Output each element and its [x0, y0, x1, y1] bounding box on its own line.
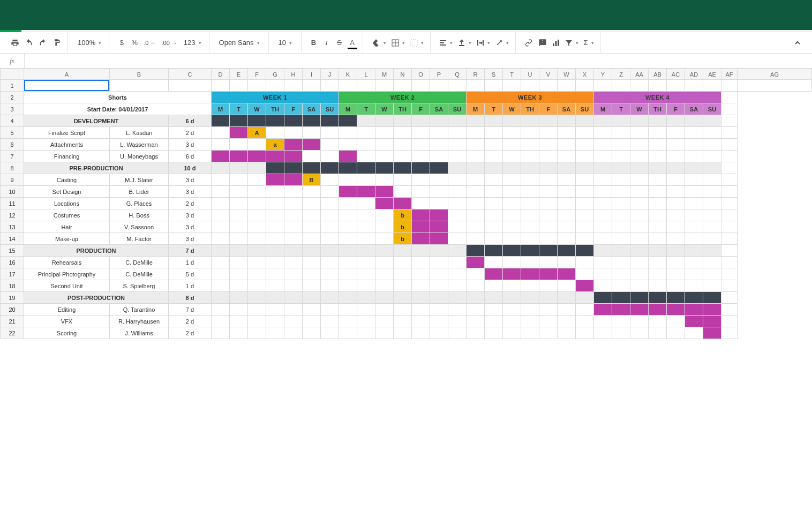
gantt-cell[interactable]	[230, 151, 248, 162]
gantt-cell[interactable]	[266, 151, 284, 162]
gantt-cell[interactable]	[448, 162, 467, 174]
cell[interactable]	[721, 257, 738, 268]
gantt-cell[interactable]	[266, 268, 284, 280]
redo-icon[interactable]	[36, 37, 49, 49]
gantt-cell[interactable]	[339, 304, 357, 316]
gantt-cell[interactable]	[375, 316, 394, 327]
gantt-cell[interactable]	[448, 292, 467, 304]
gantt-cell[interactable]	[339, 115, 357, 127]
gantt-cell[interactable]: b	[394, 209, 412, 221]
gantt-cell[interactable]	[303, 209, 321, 221]
gantt-cell[interactable]	[521, 209, 539, 221]
gantt-cell[interactable]	[467, 304, 485, 316]
gantt-cell[interactable]	[212, 221, 230, 233]
gantt-cell[interactable]	[266, 316, 284, 327]
gantt-cell[interactable]	[448, 268, 467, 280]
gantt-cell[interactable]	[630, 221, 649, 233]
gantt-cell[interactable]	[303, 139, 321, 151]
gantt-cell[interactable]	[576, 268, 594, 280]
gantt-cell[interactable]	[430, 268, 448, 280]
day-header[interactable]: W	[375, 103, 394, 115]
gantt-cell[interactable]	[667, 198, 685, 209]
gantt-cell[interactable]	[430, 327, 448, 339]
gantt-cell[interactable]	[284, 257, 303, 268]
task-duration[interactable]: 2 d	[169, 198, 212, 209]
task-name[interactable]: Financing	[24, 151, 110, 162]
gantt-cell[interactable]	[539, 115, 558, 127]
gantt-cell[interactable]	[284, 198, 303, 209]
day-header[interactable]: F	[412, 103, 430, 115]
gantt-cell[interactable]	[576, 257, 594, 268]
gantt-cell[interactable]	[703, 151, 721, 162]
column-header[interactable]: A	[24, 69, 110, 80]
gantt-cell[interactable]	[576, 151, 594, 162]
task-owner[interactable]: H. Boss	[110, 209, 169, 221]
gantt-cell[interactable]	[594, 174, 612, 186]
column-header[interactable]: AC	[667, 69, 685, 80]
gantt-cell[interactable]	[248, 280, 266, 292]
row-header[interactable]: 9	[1, 174, 24, 186]
gantt-cell[interactable]	[667, 186, 685, 198]
cell[interactable]	[721, 127, 738, 139]
gantt-cell[interactable]	[448, 174, 467, 186]
gantt-cell[interactable]	[485, 327, 503, 339]
gantt-cell[interactable]	[467, 115, 485, 127]
decrease-decimal-icon[interactable]: .0 ←	[141, 37, 158, 49]
gantt-cell[interactable]	[667, 151, 685, 162]
gantt-cell[interactable]	[375, 233, 394, 245]
gantt-cell[interactable]	[703, 139, 721, 151]
gantt-cell[interactable]	[503, 139, 521, 151]
gantt-cell[interactable]	[412, 233, 430, 245]
gantt-cell[interactable]	[667, 304, 685, 316]
gantt-cell[interactable]	[394, 151, 412, 162]
font-size-select[interactable]: 10▾	[275, 39, 297, 47]
gantt-cell[interactable]	[357, 304, 375, 316]
gantt-cell[interactable]	[521, 245, 539, 257]
cell[interactable]	[212, 80, 230, 92]
gantt-cell[interactable]	[558, 257, 576, 268]
gantt-cell[interactable]	[357, 268, 375, 280]
week-header[interactable]: WEEK 3	[467, 92, 594, 103]
gantt-cell[interactable]	[612, 245, 630, 257]
gantt-cell[interactable]	[321, 151, 339, 162]
gantt-cell[interactable]	[375, 245, 394, 257]
gantt-cell[interactable]	[230, 127, 248, 139]
gantt-cell[interactable]	[503, 327, 521, 339]
gantt-cell[interactable]	[339, 257, 357, 268]
gantt-cell[interactable]	[685, 139, 703, 151]
gantt-cell[interactable]	[248, 209, 266, 221]
gantt-cell[interactable]	[521, 186, 539, 198]
row-header[interactable]: 5	[1, 127, 24, 139]
gantt-cell[interactable]	[576, 233, 594, 245]
gantt-cell[interactable]	[467, 186, 485, 198]
gantt-cell[interactable]	[375, 151, 394, 162]
gantt-cell[interactable]	[576, 186, 594, 198]
gantt-cell[interactable]	[685, 209, 703, 221]
cell[interactable]	[721, 151, 738, 162]
selected-cell[interactable]	[24, 80, 110, 92]
gantt-cell[interactable]	[412, 162, 430, 174]
row-header[interactable]: 1	[1, 80, 24, 92]
gantt-cell[interactable]	[485, 221, 503, 233]
phase-name[interactable]: POST-PRODUCTION	[24, 292, 169, 304]
gantt-cell[interactable]	[321, 209, 339, 221]
gantt-cell[interactable]	[576, 221, 594, 233]
gantt-cell[interactable]	[558, 292, 576, 304]
day-header[interactable]: F	[284, 103, 303, 115]
gantt-cell[interactable]	[303, 327, 321, 339]
gantt-cell[interactable]	[448, 151, 467, 162]
gantt-cell[interactable]	[284, 245, 303, 257]
column-header-row[interactable]: ABCDEFGHIJKLMNOPQRSTUVWXYZAAABACADAEAFAG	[1, 69, 812, 80]
gantt-cell[interactable]	[649, 245, 667, 257]
gantt-cell[interactable]	[667, 268, 685, 280]
cell[interactable]	[321, 80, 339, 92]
gantt-cell[interactable]	[230, 174, 248, 186]
gantt-cell[interactable]	[357, 186, 375, 198]
gantt-cell[interactable]	[667, 127, 685, 139]
gantt-cell[interactable]	[667, 280, 685, 292]
column-header[interactable]: V	[539, 69, 558, 80]
gantt-cell[interactable]	[375, 174, 394, 186]
gantt-cell[interactable]	[212, 209, 230, 221]
gantt-cell[interactable]	[594, 292, 612, 304]
gantt-cell[interactable]	[212, 327, 230, 339]
